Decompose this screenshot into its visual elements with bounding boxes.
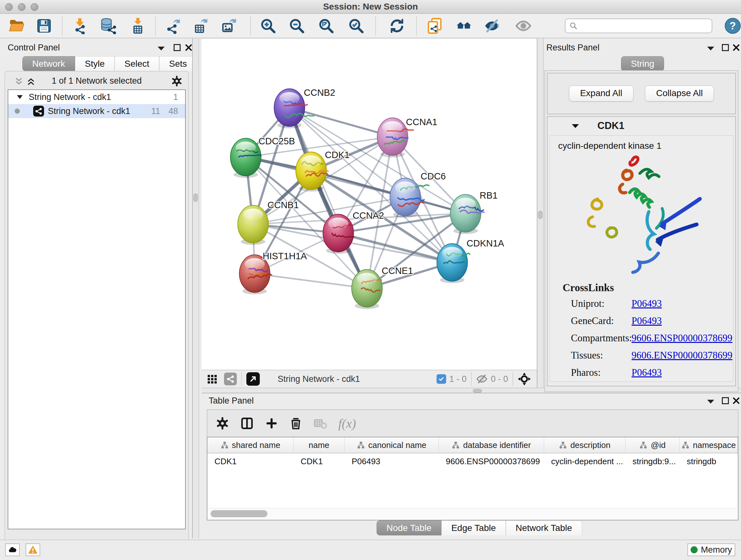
table-cell[interactable]: P06493	[345, 453, 439, 469]
zoom-in-icon[interactable]	[260, 17, 276, 34]
collapse-all-button[interactable]: Collapse All	[645, 85, 714, 102]
column-header-description[interactable]: description	[544, 437, 625, 453]
tab-select[interactable]: Select	[115, 56, 159, 71]
table-cell[interactable]: stringdb	[680, 453, 738, 469]
network-node-RB1[interactable]	[450, 194, 484, 234]
attribute-tree-icon	[559, 441, 567, 449]
split-handle[interactable]	[538, 211, 542, 219]
crosslink-link[interactable]: 9606.ENSP00000378699	[631, 350, 732, 361]
tab-edge-table[interactable]: Edge Table	[441, 520, 506, 536]
help-icon[interactable]: ?	[724, 17, 741, 34]
close-panel-icon[interactable]	[733, 397, 740, 404]
network-row[interactable]: String Network - cdk1 11 48	[8, 104, 185, 118]
close-panel-icon[interactable]	[733, 44, 740, 51]
right-split-divider[interactable]	[537, 38, 544, 393]
panel-menu-icon[interactable]	[706, 398, 715, 404]
zoom-window-button[interactable]	[30, 3, 38, 11]
network-canvas[interactable]: CCNB2CCNA1CDC25BCDK1CDC6RB1CCNB1CCNA2CDK…	[202, 39, 537, 370]
add-column-icon[interactable]	[265, 417, 278, 430]
tab-string[interactable]: String	[621, 56, 664, 71]
search-field[interactable]	[565, 18, 712, 33]
left-split-divider[interactable]	[192, 38, 199, 538]
protein-structure-image	[550, 151, 733, 279]
first-neighbors-icon[interactable]	[456, 17, 472, 34]
table-row[interactable]: CDK1CDK1P064939606.ENSP00000378699cyclin…	[207, 453, 738, 469]
grid-view-icon[interactable]	[207, 374, 218, 384]
network-node-CDC25B[interactable]	[230, 138, 261, 178]
tab-style[interactable]: Style	[75, 56, 115, 71]
table-options-gear-icon[interactable]	[216, 417, 229, 430]
zoom-out-icon[interactable]	[288, 17, 305, 34]
tab-network[interactable]: Network	[22, 56, 75, 71]
network-node-CDKN1A[interactable]	[437, 244, 470, 283]
network-node-CCNB1[interactable]	[238, 205, 268, 245]
export-image-icon[interactable]	[221, 17, 238, 34]
expand-all-button[interactable]: Expand All	[569, 85, 633, 102]
tab-node-table[interactable]: Node Table	[377, 520, 441, 536]
search-input[interactable]	[578, 20, 708, 31]
save-session-icon[interactable]	[36, 17, 52, 34]
network-node-CCNE1[interactable]	[352, 269, 382, 309]
float-panel-icon[interactable]	[174, 44, 181, 51]
scrollbar-thumb[interactable]	[211, 510, 267, 517]
delete-column-icon[interactable]	[289, 417, 302, 430]
column-header-shared-name[interactable]: shared name	[207, 437, 293, 453]
table-cell[interactable]: 9606.ENSP00000378699	[439, 453, 544, 469]
split-handle[interactable]	[193, 193, 198, 202]
show-columns-icon[interactable]	[240, 416, 254, 430]
network-collection-row[interactable]: String Network - cdk1 1	[8, 90, 185, 104]
panel-menu-icon[interactable]	[706, 45, 715, 51]
open-session-icon[interactable]	[8, 17, 25, 34]
crosslink-link[interactable]: P06493	[631, 315, 662, 327]
zoom-fit-icon[interactable]	[318, 17, 334, 34]
column-header-canonical-name[interactable]: canonical name	[345, 437, 439, 453]
fit-selected-crosshair-icon[interactable]	[518, 372, 531, 386]
close-panel-icon[interactable]	[185, 44, 192, 51]
column-header--id[interactable]: @id	[625, 437, 680, 453]
hide-selected-icon[interactable]	[484, 17, 500, 34]
section-expander-icon[interactable]	[571, 123, 580, 129]
protein-section-header[interactable]: CDK1	[548, 117, 735, 135]
minimize-window-button[interactable]	[18, 3, 25, 11]
table-cell[interactable]: stringdb:9...	[625, 453, 680, 469]
warning-status-button[interactable]	[25, 543, 40, 556]
table-panel-title: Table Panel	[209, 396, 254, 406]
network-view-title: String Network - cdk1	[278, 374, 360, 384]
column-header-database-identifier[interactable]: database identifier	[439, 437, 544, 453]
crosslink-link[interactable]: P06493	[631, 367, 662, 378]
table-cell[interactable]: CDK1	[207, 453, 293, 469]
copy-network-icon[interactable]	[426, 17, 443, 34]
table-cell[interactable]: cyclin-dependent ...	[544, 453, 625, 469]
import-table-file-icon[interactable]	[130, 17, 146, 34]
cloud-status-button[interactable]	[5, 543, 20, 556]
panel-menu-icon[interactable]	[157, 45, 165, 51]
column-header-namespace[interactable]: namespace	[680, 437, 738, 453]
network-node-CDC6[interactable]	[390, 178, 429, 218]
network-options-gear-icon[interactable]	[171, 75, 183, 87]
crosslink-row: Uniprot:P06493	[550, 295, 733, 312]
crosslink-link[interactable]: P06493	[631, 298, 662, 309]
network-view-mode-icon[interactable]	[224, 373, 237, 385]
birds-eye-view-icon[interactable]	[246, 372, 260, 386]
memory-button[interactable]: Memory	[687, 543, 735, 556]
refresh-layout-icon[interactable]	[389, 17, 405, 34]
zoom-selected-icon[interactable]	[348, 17, 364, 34]
toolbar-separator	[241, 372, 242, 386]
table-cell[interactable]: CDK1	[293, 453, 345, 469]
export-network-icon[interactable]	[165, 17, 181, 34]
import-network-database-icon[interactable]	[99, 17, 116, 34]
collection-expander-icon[interactable]	[17, 95, 23, 100]
close-window-button[interactable]	[5, 3, 13, 11]
column-header-name[interactable]: name	[293, 437, 345, 453]
show-all-icon[interactable]	[515, 17, 532, 34]
float-panel-icon[interactable]	[722, 397, 729, 404]
float-panel-icon[interactable]	[722, 44, 729, 51]
crosslink-link[interactable]: 9606.ENSP00000378699	[631, 332, 732, 344]
export-table-icon[interactable]	[192, 17, 209, 34]
table-horizontal-scrollbar[interactable]	[208, 508, 737, 519]
selected-nodes-checkbox[interactable]	[436, 374, 446, 384]
tab-sets[interactable]: Sets	[159, 56, 197, 71]
split-handle[interactable]	[473, 389, 482, 393]
import-network-file-icon[interactable]	[71, 17, 88, 34]
tab-network-table[interactable]: Network Table	[506, 520, 582, 536]
